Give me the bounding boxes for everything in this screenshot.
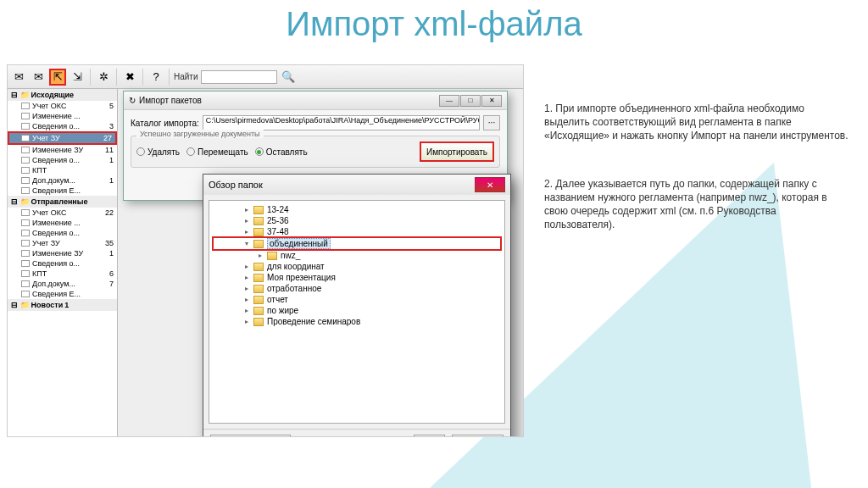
tree-item[interactable]: Учет ОКС5 [8,101,117,111]
create-folder-button[interactable]: Создать папку [210,435,291,438]
folder-tree-item[interactable]: ▸по жире [209,305,504,316]
catalog-label: Каталог импорта: [131,119,199,128]
tree-item[interactable]: КПТ6 [8,269,117,279]
browse-title: Обзор папок [209,180,263,190]
folder-tree-item[interactable]: ▸nwz_ [209,250,504,261]
main-toolbar: ✉ ✉ ⇱ ⇲ ✲ ✖ ? Найти 🔍 [8,65,523,89]
dialog-title: Импорт пакетов [139,96,202,105]
radio-move[interactable]: Перемещать [186,147,248,157]
browse-footer: Создать папку ОК Отмена [203,429,510,437]
tree-item[interactable]: Учет ЗУ35 [8,238,117,248]
tree-item[interactable]: Изменение ... [8,218,117,228]
instruction-2: 2. Далее указывается путь до папки, соде… [544,177,849,232]
folder-tree: ⊟ 📁 ИсходящиеУчет ОКС5Изменение ...Сведе… [8,89,118,436]
tree-item[interactable]: Доп.докум...7 [8,279,117,289]
mail-icon[interactable]: ✉ [30,69,47,86]
ok-button[interactable]: ОК [414,435,445,438]
tree-item[interactable]: Изменение ... [8,111,117,121]
tree-item[interactable]: Учет ЗУ27 [8,131,117,145]
radio-delete[interactable]: Удалять [136,147,180,157]
import-button[interactable]: Импортировать [420,141,494,162]
gear-icon[interactable]: ✲ [95,69,112,86]
main-panel: ↻ Импорт пакетов — □ ✕ Каталог импорта: … [118,89,523,436]
folder-tree-item[interactable]: ▸для координат [209,261,504,272]
browse-button[interactable]: ··· [483,115,500,130]
slide-title: Импорт xml-файла [0,5,868,43]
folder-tree-item[interactable]: ▸13-24 [209,204,504,215]
tools-icon[interactable]: ✖ [121,69,138,86]
radio-keep[interactable]: Оставлять [255,147,308,157]
dialog-titlebar[interactable]: ↻ Импорт пакетов — □ ✕ [124,92,507,110]
instructions-panel: 1. При импорте объединенного xml-файла н… [544,102,849,265]
tree-item[interactable]: Сведения о...3 [8,121,117,131]
find-label: Найти [174,72,198,81]
folder-tree-item[interactable]: ▸Моя презентация [209,272,504,283]
tree-item[interactable]: Сведения Е... [8,186,117,196]
folder-tree-item[interactable]: ▸отчет [209,294,504,305]
minimize-button[interactable]: — [439,95,459,107]
tree-item[interactable]: Доп.докум...1 [8,175,117,186]
help-icon[interactable]: ? [147,69,164,86]
instruction-1: 1. При импорте объединенного xml-файла н… [544,102,849,143]
tree-group-header[interactable]: ⊟ 📁 Исходящие [8,89,117,101]
browse-folders-dialog: Обзор папок ✕ ▸13-24▸25-36▸37-48▾объедин… [203,174,511,437]
loaded-docs-group: Успешно загруженные документы Удалять Пе… [131,136,500,168]
close-button[interactable]: ✕ [481,95,502,107]
import-toolbar-button[interactable]: ⇱ [49,69,66,86]
tree-item[interactable]: Изменение ЗУ1 [8,248,117,258]
folder-tree-item[interactable]: ▸Проведение семинаров [209,316,504,327]
close-button[interactable]: ✕ [475,177,505,192]
tree-item[interactable]: Учет ОКС22 [8,208,117,218]
folder-tree-item[interactable]: ▾объединенный [213,237,501,250]
maximize-button[interactable]: □ [460,95,481,107]
tree-item[interactable]: Изменение ЗУ11 [8,145,117,155]
tree-group-header[interactable]: ⊟ 📁 Отправленные [8,196,117,208]
find-input[interactable] [201,70,277,84]
folder-tree-item[interactable]: ▸25-36 [209,215,504,226]
content-area: ⊟ 📁 ИсходящиеУчет ОКС5Изменение ...Сведе… [8,89,523,436]
folder-browser-tree[interactable]: ▸13-24▸25-36▸37-48▾объединенный▸nwz_▸для… [209,200,505,424]
folder-tree-item[interactable]: ▸отработанное [209,283,504,294]
group-legend: Успешно загруженные документы [136,130,264,138]
separator [169,69,170,86]
export-icon[interactable]: ⇲ [69,69,86,86]
separator [90,69,91,86]
tree-group-header[interactable]: ⊟ 📁 Новости1 [8,299,117,311]
search-icon[interactable]: 🔍 [280,69,297,86]
folder-tree-item[interactable]: ▸37-48 [209,226,504,237]
separator [116,69,117,86]
browse-titlebar[interactable]: Обзор папок ✕ [203,175,510,195]
tree-item[interactable]: Сведения о... [8,258,117,269]
cancel-button[interactable]: Отмена [452,435,504,438]
tree-item[interactable]: КПТ [8,165,117,175]
refresh-icon: ↻ [129,96,136,105]
app-screenshot: ✉ ✉ ⇱ ⇲ ✲ ✖ ? Найти 🔍 ⊟ 📁 ИсходящиеУчет … [7,64,524,437]
separator [142,69,143,86]
tree-item[interactable]: Сведения Е... [8,289,117,299]
tree-item[interactable]: Сведения о...1 [8,155,117,165]
mail-open-icon[interactable]: ✉ [10,69,27,86]
tree-item[interactable]: Сведения о... [8,228,117,238]
catalog-path-input[interactable]: C:\Users\pirmedova\Desktop\работа\JIRA\Н… [203,115,480,130]
